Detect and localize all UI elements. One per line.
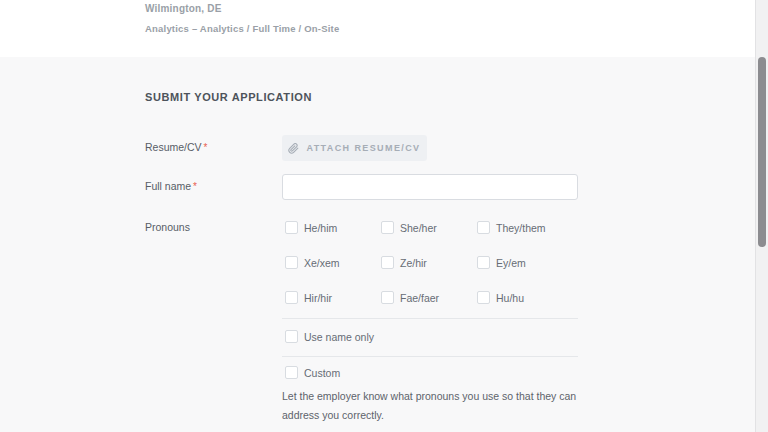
pronoun-option-they-them[interactable]: They/them <box>477 221 587 256</box>
full-name-label: Full name* <box>145 180 197 192</box>
form-section-title: SUBMIT YOUR APPLICATION <box>145 91 312 103</box>
attach-resume-button[interactable]: ATTACH RESUME/CV <box>282 135 427 161</box>
divider <box>282 356 578 357</box>
pronouns-label: Pronouns <box>145 221 190 233</box>
job-application-page: Wilmington, DE Analytics – Analytics / F… <box>0 0 768 432</box>
checkbox[interactable] <box>381 221 394 234</box>
full-name-input[interactable] <box>282 174 578 200</box>
checkbox[interactable] <box>477 221 490 234</box>
divider <box>282 318 578 319</box>
checkbox[interactable] <box>381 256 394 269</box>
pronouns-checkbox-grid: He/him She/her They/them Xe/xem Ze/hir E… <box>285 221 587 326</box>
pronoun-option-custom[interactable]: Custom <box>285 366 340 380</box>
posting-header: Wilmington, DE Analytics – Analytics / F… <box>0 0 768 57</box>
checkbox[interactable] <box>381 291 394 304</box>
checkbox[interactable] <box>285 330 298 343</box>
pronoun-option-ze-hir[interactable]: Ze/hir <box>381 256 477 291</box>
checkbox[interactable] <box>477 256 490 269</box>
scrollbar-thumb[interactable] <box>758 57 766 247</box>
pronouns-help-text: Let the employer know what pronouns you … <box>282 387 588 425</box>
pronoun-option-he-him[interactable]: He/him <box>285 221 381 256</box>
pronoun-option-ey-em[interactable]: Ey/em <box>477 256 587 291</box>
required-asterisk: * <box>204 142 208 153</box>
checkbox[interactable] <box>285 366 298 379</box>
required-asterisk: * <box>193 181 197 192</box>
checkbox[interactable] <box>285 291 298 304</box>
paperclip-icon <box>288 143 299 154</box>
posting-meta: Analytics – Analytics / Full Time / On-S… <box>145 23 339 34</box>
checkbox[interactable] <box>285 256 298 269</box>
pronoun-option-fae-faer[interactable]: Fae/faer <box>381 291 477 326</box>
pronoun-option-hu-hu[interactable]: Hu/hu <box>477 291 587 326</box>
pronoun-option-xe-xem[interactable]: Xe/xem <box>285 256 381 291</box>
checkbox[interactable] <box>285 221 298 234</box>
resume-label: Resume/CV* <box>145 141 208 153</box>
checkbox[interactable] <box>477 291 490 304</box>
pronoun-option-use-name-only[interactable]: Use name only <box>285 330 374 344</box>
posting-location: Wilmington, DE <box>145 3 222 14</box>
pronoun-option-she-her[interactable]: She/her <box>381 221 477 256</box>
attach-resume-button-label: ATTACH RESUME/CV <box>306 143 420 153</box>
scrollbar-track[interactable] <box>755 0 768 432</box>
pronoun-option-hir-hir[interactable]: Hir/hir <box>285 291 381 326</box>
